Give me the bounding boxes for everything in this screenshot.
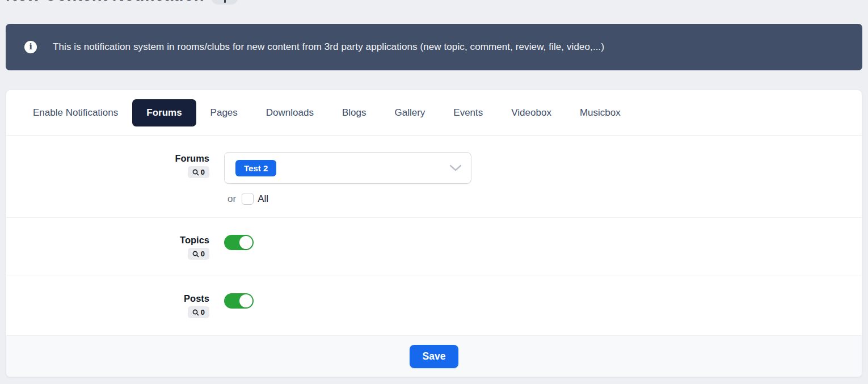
posts-field-label: Posts [184,293,209,304]
forums-field-label: Forums [175,153,209,164]
topics-field-label: Topics [180,235,209,246]
topics-badge-count: 0 [201,250,205,258]
title-badge[interactable] [211,0,238,5]
tab-bar: Enable Notifications Forums Pages Downlo… [6,90,862,136]
posts-label-col: Posts 0 [6,276,209,335]
forums-search-badge[interactable]: 0 [188,166,209,178]
tab-downloads[interactable]: Downloads [266,107,314,119]
notification-settings-card: Enable Notifications Forums Pages Downlo… [6,90,862,377]
search-icon [192,251,199,258]
topics-search-badge[interactable]: 0 [188,248,209,260]
or-label: or [227,193,236,205]
forums-badge-count: 0 [201,168,205,176]
topics-label-col: Topics 0 [6,218,209,276]
toggle-knob [239,236,252,249]
search-icon [192,309,199,316]
card-footer: Save [6,336,862,377]
save-button[interactable]: Save [410,345,459,368]
tab-enable-notifications[interactable]: Enable Notifications [33,107,118,119]
topics-toggle[interactable] [224,235,254,250]
tab-pages[interactable]: Pages [210,107,238,119]
forums-multiselect[interactable]: Test 2 [224,152,471,184]
posts-search-badge[interactable]: 0 [188,306,209,318]
tab-musicbox[interactable]: Musicbox [580,107,621,119]
title-badge-glyph [224,0,226,3]
all-checkbox[interactable] [242,193,254,205]
search-icon [192,169,199,176]
tab-events[interactable]: Events [453,107,483,119]
all-label: All [258,193,268,205]
posts-toggle[interactable] [224,293,254,309]
posts-control-col [224,276,862,335]
topics-row: Topics 0 [6,218,862,276]
info-icon: i [24,41,37,53]
forums-row: Forums 0 Test 2 or All [6,136,862,218]
tab-blogs[interactable]: Blogs [342,107,366,119]
page-title: New Content Notification [6,0,204,5]
forums-selected-tag[interactable]: Test 2 [235,160,276,176]
forums-control-col: Test 2 or All [224,136,862,217]
toggle-knob [239,294,252,307]
banner-text: This is notification system in rooms/clu… [53,41,604,53]
posts-badge-count: 0 [201,308,205,317]
tab-videobox[interactable]: Videobox [511,107,551,119]
forums-label-col: Forums 0 [6,136,209,217]
chevron-down-icon [449,164,462,171]
tab-forums[interactable]: Forums [132,99,196,126]
forums-all-line: or All [224,193,862,205]
tab-gallery[interactable]: Gallery [394,107,425,119]
posts-row: Posts 0 [6,276,862,336]
topics-control-col [224,218,862,276]
info-banner: i This is notification system in rooms/c… [6,24,862,70]
